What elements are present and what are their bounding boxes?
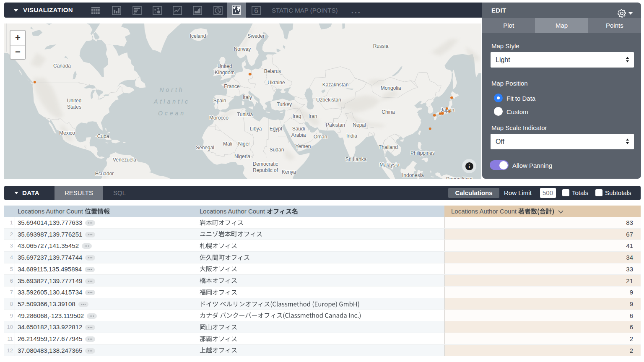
svg-text:6: 6 [254, 7, 258, 15]
